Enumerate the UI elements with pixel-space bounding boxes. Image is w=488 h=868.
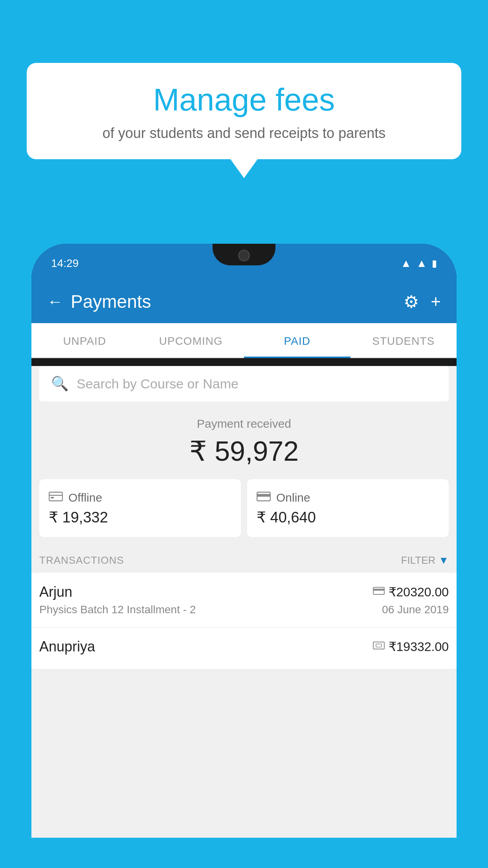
transaction-amount-arjun: ₹20320.00 — [389, 585, 449, 600]
transaction-name-arjun: Arjun — [39, 584, 72, 600]
tab-unpaid[interactable]: UNPAID — [31, 323, 138, 357]
signal-icon: ▲ — [416, 257, 427, 270]
offline-amount: ₹ 19,332 — [49, 509, 231, 526]
transactions-label: TRANSACTIONS — [39, 554, 124, 566]
transaction-date-arjun: 06 June 2019 — [382, 603, 449, 616]
offline-label: Offline — [68, 491, 102, 504]
header-left: ← Payments — [47, 291, 151, 312]
payment-summary: Payment received ₹ 59,972 — [31, 401, 457, 479]
phone-camera — [238, 250, 250, 261]
svg-rect-8 — [376, 644, 382, 647]
gear-icon[interactable]: ⚙ — [404, 292, 419, 312]
svg-rect-5 — [373, 587, 384, 594]
tab-students[interactable]: STUDENTS — [350, 323, 457, 357]
phone-content: 🔍 Search by Course or Name Payment recei… — [31, 366, 457, 838]
svg-rect-0 — [49, 492, 62, 501]
transaction-amount-wrap-arjun: ₹20320.00 — [373, 585, 449, 600]
online-label: Online — [276, 491, 310, 504]
page-title: Payments — [71, 291, 151, 312]
transaction-course-arjun: Physics Batch 12 Installment - 2 — [39, 603, 196, 616]
transaction-amount-anupriya: ₹19332.00 — [389, 639, 449, 654]
offline-card: Offline ₹ 19,332 — [39, 479, 241, 537]
status-icons: ▲ ▲ ▮ — [401, 257, 437, 270]
transaction-row-arjun[interactable]: Arjun ₹20320.00 Physics Batch 12 Install… — [31, 573, 457, 627]
online-card: Online ₹ 40,640 — [247, 479, 449, 537]
svg-rect-2 — [51, 497, 54, 498]
status-time: 14:29 — [51, 257, 79, 270]
battery-icon: ▮ — [432, 258, 437, 269]
tab-paid[interactable]: PAID — [244, 323, 350, 357]
svg-rect-7 — [373, 642, 384, 649]
payment-cards-row: Offline ₹ 19,332 Online ₹ 4 — [31, 479, 457, 545]
wifi-icon: ▲ — [401, 257, 412, 270]
status-bar: 14:29 ▲ ▲ ▮ — [31, 244, 457, 283]
tabs-container: UNPAID UPCOMING PAID STUDENTS — [31, 323, 457, 358]
filter-button[interactable]: FILTER ▼ — [401, 554, 449, 566]
transaction-name-anupriya: Anupriya — [39, 638, 95, 655]
offline-icon — [49, 490, 63, 505]
app-header: ← Payments ⚙ + — [31, 283, 457, 323]
phone-notch — [213, 244, 275, 265]
phone-container: 14:29 ▲ ▲ ▮ ← Payments ⚙ + UNPAID UPCOMI… — [31, 244, 457, 868]
tab-upcoming[interactable]: UPCOMING — [138, 323, 244, 357]
search-icon: 🔍 — [51, 375, 69, 392]
payment-total-amount: ₹ 59,972 — [39, 435, 449, 467]
payment-label: Payment received — [39, 417, 449, 430]
transaction-row-anupriya[interactable]: Anupriya ₹19332.00 — [31, 627, 457, 669]
search-input[interactable]: Search by Course or Name — [77, 376, 238, 392]
transaction-amount-wrap-anupriya: ₹19332.00 — [373, 639, 449, 654]
online-icon — [257, 490, 271, 505]
transaction-card-icon-arjun — [373, 586, 385, 598]
back-button[interactable]: ← — [47, 293, 63, 311]
header-right: ⚙ + — [404, 292, 441, 312]
speech-bubble: Manage fees of your students and send re… — [27, 63, 461, 159]
transactions-header: TRANSACTIONS FILTER ▼ — [31, 545, 457, 573]
bubble-title: Manage fees — [42, 83, 446, 117]
search-bar[interactable]: 🔍 Search by Course or Name — [39, 366, 449, 401]
online-amount: ₹ 40,640 — [257, 509, 439, 526]
bubble-subtitle: of your students and send receipts to pa… — [42, 125, 446, 142]
filter-text: FILTER — [401, 554, 436, 566]
add-button[interactable]: + — [431, 292, 441, 311]
filter-icon: ▼ — [438, 554, 449, 566]
phone-body: 14:29 ▲ ▲ ▮ ← Payments ⚙ + UNPAID UPCOMI… — [31, 244, 457, 838]
transaction-cash-icon-anupriya — [373, 640, 385, 653]
